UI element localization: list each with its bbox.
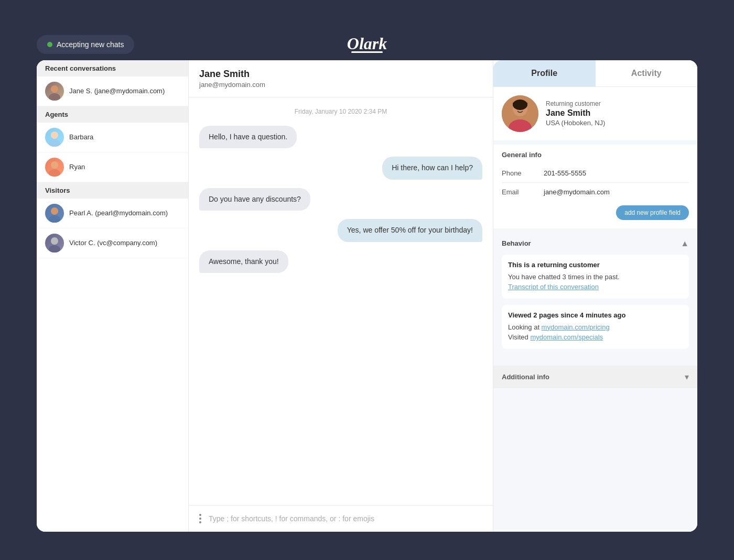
returning-label: Returning customer [546, 100, 689, 107]
behavior-card-returning: This is a returning customer You have ch… [502, 255, 689, 299]
message-bubble-4: Yes, we offer 50% off for your birthday! [338, 219, 482, 242]
message-bubble-1: Hello, I have a question. [199, 126, 297, 149]
panel-tabs: Profile Activity [493, 60, 697, 87]
avatar-victor [45, 234, 64, 252]
avatar-barbara [45, 128, 64, 147]
header: Accepting new chats Olark [37, 29, 697, 60]
svg-point-3 [49, 139, 60, 147]
message-bubble-2: Hi there, how can I help? [382, 157, 482, 180]
sidebar-section-header-visitors: Visitors [37, 182, 188, 199]
sidebar-item-label-jane: Jane S. (jane@mydomain.com) [69, 87, 165, 95]
pricing-link[interactable]: mydomain.com/pricing [542, 323, 610, 331]
email-label: Email [502, 188, 544, 196]
dot-3 [199, 521, 201, 523]
accepting-label: Accepting new chats [57, 40, 124, 49]
chat-area: Jane Smith jane@mydomain.com Friday, Jan… [189, 60, 493, 532]
additional-info-chevron-icon: ▾ [685, 372, 689, 382]
additional-info-title: Additional info [502, 373, 549, 381]
status-dot [47, 42, 52, 47]
additional-info-section[interactable]: Additional info ▾ [493, 366, 697, 388]
svg-point-1 [49, 93, 60, 101]
sidebar-section-recent: Recent conversations Jane S. (jane@mydom… [37, 60, 188, 106]
general-info-title: General info [502, 151, 689, 159]
message-5: Awesome, thank you! [199, 250, 482, 273]
dot-1 [199, 514, 201, 516]
sidebar-item-victor[interactable]: Victor C. (vc@company.com) [37, 228, 188, 258]
sidebar-item-label-victor: Victor C. (vc@company.com) [69, 239, 157, 247]
sidebar-section-visitors: Visitors Pearl A. (pearl@mydomain.com) [37, 182, 188, 258]
general-info-section: General info Phone 201-555-5555 Email ja… [493, 145, 697, 228]
chat-contact-email: jane@mydomain.com [199, 81, 482, 89]
message-4: Yes, we offer 50% off for your birthday! [199, 219, 482, 242]
sidebar-item-label-ryan: Ryan [69, 163, 85, 171]
behavior-section: Behavior ▲ This is a returning customer … [493, 233, 697, 361]
chat-input-area [189, 505, 493, 532]
sidebar-item-ryan[interactable]: Ryan [37, 152, 188, 182]
message-3: Do you have any discounts? [199, 188, 482, 211]
specials-link[interactable]: mydomain.com/specials [530, 333, 603, 341]
profile-header: Returning customer Jane Smith USA (Hobok… [493, 87, 697, 140]
behavior-card-pages-title: Viewed 2 pages since 4 minutes ago [508, 311, 683, 319]
main-content: Recent conversations Jane S. (jane@mydom… [37, 60, 697, 532]
email-value: jane@mydomain.com [544, 188, 610, 196]
behavior-card-returning-title: This is a returning customer [508, 261, 683, 269]
svg-point-7 [49, 215, 60, 223]
sidebar-item-label-pearl: Pearl A. (pearl@mydomain.com) [69, 209, 168, 217]
behavior-card-returning-text: You have chatted 3 times in the past. Tr… [508, 272, 683, 292]
sidebar-item-jane[interactable]: Jane S. (jane@mydomain.com) [37, 76, 188, 106]
svg-point-9 [49, 245, 60, 252]
message-1: Hello, I have a question. [199, 126, 482, 149]
behavior-card-pages: Viewed 2 pages since 4 minutes ago Looki… [502, 305, 689, 349]
accepting-new-chats-button[interactable]: Accepting new chats [37, 35, 134, 54]
message-bubble-5: Awesome, thank you! [199, 250, 288, 273]
dot-2 [199, 518, 201, 520]
svg-point-6 [51, 207, 58, 215]
profile-name: Jane Smith [546, 108, 689, 118]
add-new-profile-field-button[interactable]: add new profile field [616, 205, 689, 220]
profile-info: Returning customer Jane Smith USA (Hobok… [546, 100, 689, 127]
chat-menu-dots[interactable] [197, 512, 203, 525]
svg-rect-18 [513, 103, 527, 106]
tab-profile[interactable]: Profile [493, 60, 596, 86]
info-row-phone: Phone 201-555-5555 [502, 164, 689, 183]
phone-value: 201-555-5555 [544, 169, 586, 177]
right-panel: Profile Activity [493, 60, 697, 532]
tab-activity[interactable]: Activity [596, 60, 698, 86]
svg-point-4 [51, 161, 58, 169]
chat-contact-name: Jane Smith [199, 69, 482, 80]
behavior-title: Behavior [502, 239, 531, 247]
info-row-email: Email jane@mydomain.com [502, 183, 689, 201]
behavior-header: Behavior ▲ [502, 239, 689, 248]
avatar-jane [45, 82, 64, 101]
message-2: Hi there, how can I help? [199, 157, 482, 180]
sidebar-item-label-barbara: Barbara [69, 133, 93, 141]
panel-content: Returning customer Jane Smith USA (Hobok… [493, 87, 697, 532]
sidebar-section-agents: Agents Barbara [37, 106, 188, 182]
behavior-collapse-button[interactable]: ▲ [681, 239, 689, 248]
svg-point-2 [51, 131, 58, 139]
transcript-link[interactable]: Transcript of this conversation [508, 283, 599, 291]
sidebar-section-header-agents: Agents [37, 106, 188, 123]
logo: Olark [347, 34, 387, 53]
behavior-card-pages-text: Looking at mydomain.com/pricing Visited … [508, 322, 683, 343]
sidebar-item-pearl[interactable]: Pearl A. (pearl@mydomain.com) [37, 199, 188, 228]
chat-messages: Friday, January 10 2020 2:34 PM Hello, I… [189, 97, 493, 505]
chat-header: Jane Smith jane@mydomain.com [189, 60, 493, 97]
sidebar-item-barbara[interactable]: Barbara [37, 123, 188, 152]
message-bubble-3: Do you have any discounts? [199, 188, 310, 211]
avatar-ryan [45, 158, 64, 177]
sidebar: Recent conversations Jane S. (jane@mydom… [37, 60, 189, 532]
chat-input[interactable] [209, 514, 484, 523]
svg-point-0 [51, 85, 58, 93]
profile-avatar [502, 95, 538, 132]
svg-point-8 [51, 237, 58, 245]
svg-point-5 [49, 169, 60, 177]
chat-date: Friday, January 10 2020 2:34 PM [199, 108, 482, 115]
avatar-pearl [45, 204, 64, 223]
phone-label: Phone [502, 169, 544, 177]
profile-location: USA (Hoboken, NJ) [546, 119, 689, 127]
sidebar-section-header-recent: Recent conversations [37, 60, 188, 76]
